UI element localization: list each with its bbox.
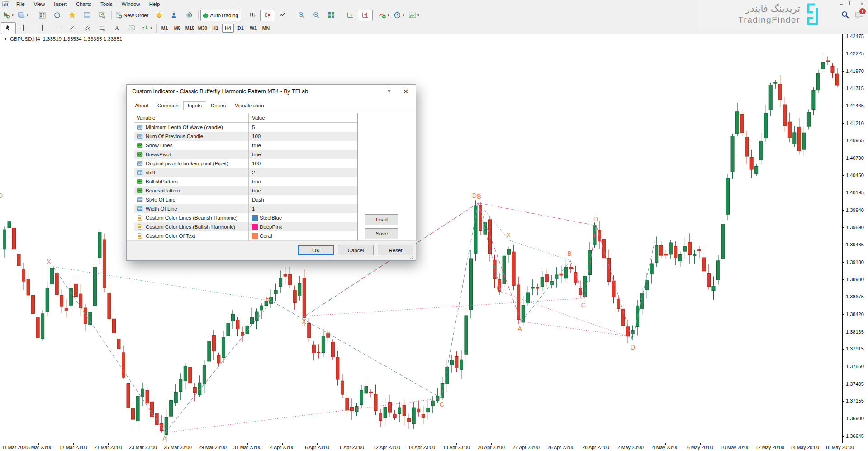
data-window-button[interactable] — [50, 10, 65, 21]
menu-item-help[interactable]: Help — [145, 1, 164, 7]
table-row[interactable]: Custom Color Lines (Bullish Harmonic)Dee… — [134, 222, 357, 231]
tab-colors[interactable]: Colors — [206, 101, 230, 110]
variable-name: Custom Color Of Text — [146, 233, 195, 239]
table-row[interactable]: Custom Color Of TextCoral — [134, 231, 357, 240]
timeframe-w1[interactable]: W1 — [247, 24, 259, 33]
time-label: 28 Apr 23:00 — [582, 445, 609, 450]
table-row[interactable]: 123Minimum Lenth Of Wave (candle)5 — [134, 123, 357, 132]
value-cell: 1 — [248, 204, 357, 213]
periods-button[interactable]: ▾ — [392, 10, 407, 21]
trendline-button[interactable] — [65, 22, 80, 34]
time-label: 18 Apr 23:00 — [443, 445, 470, 450]
tab-common[interactable]: Common — [153, 101, 183, 110]
terminal-button[interactable] — [80, 10, 95, 21]
restore-button-icon[interactable] — [849, 1, 855, 6]
time-label: 12 Apr 23:00 — [373, 445, 400, 450]
notifications-chat-icon[interactable]: 1 — [854, 11, 864, 19]
market-watch-button[interactable] — [35, 10, 50, 21]
table-row[interactable]: 123Num Of Previous Candle100 — [134, 132, 357, 141]
table-row[interactable]: BearishPatterntrue — [134, 186, 357, 195]
price-tick — [842, 141, 844, 141]
autotrading-button[interactable]: AutoTrading — [200, 10, 241, 21]
table-row[interactable]: 123Original pivot to broken pivot (Pipet… — [134, 159, 357, 168]
chart-shift-button[interactable] — [358, 10, 373, 21]
tile-windows-button[interactable] — [324, 10, 339, 21]
text-label-button[interactable]: T — [124, 22, 139, 34]
timeframe-h4[interactable]: H4 — [222, 24, 234, 33]
tab-visualization[interactable]: Visualization — [230, 101, 268, 110]
terminal-icon — [84, 12, 90, 19]
time-label: 20 Apr 23:00 — [478, 445, 505, 450]
timeframe-d1[interactable]: D1 — [235, 24, 247, 33]
tab-about[interactable]: About — [130, 101, 153, 110]
timeframe-mn[interactable]: MN — [260, 24, 272, 33]
cursor-button[interactable] — [1, 22, 16, 34]
search-icon[interactable] — [841, 11, 849, 19]
horizontal-line-button[interactable] — [50, 22, 65, 34]
save-button[interactable]: Save — [365, 228, 398, 239]
table-row[interactable]: Custom Color Lines (Bearish Harmonic)Ste… — [134, 213, 357, 222]
vertical-line-button[interactable] — [35, 22, 50, 34]
value-cell: true — [248, 186, 357, 195]
navigator-button[interactable] — [65, 10, 80, 21]
toolbar-separator — [156, 24, 157, 33]
reset-button[interactable]: Reset — [378, 245, 413, 255]
indicators-button[interactable]: ▾ — [377, 10, 392, 21]
equidistant-channel-button[interactable]: e — [80, 22, 95, 34]
svg-text:D: D — [593, 216, 598, 223]
dialog-title: Custom Indicator - Classic Bufferfly Har… — [132, 88, 382, 95]
timeframe-m1[interactable]: M1 — [159, 24, 171, 33]
arrows-button[interactable]: ▾ — [139, 22, 154, 34]
bar-chart-button[interactable] — [245, 10, 260, 21]
line-chart-button[interactable] — [275, 10, 290, 21]
zoom-in-button[interactable] — [294, 10, 309, 21]
load-button[interactable]: Load — [365, 214, 398, 225]
menu-item-window[interactable]: Window — [118, 1, 144, 7]
price-tick — [842, 71, 844, 72]
crosshair-button[interactable] — [16, 22, 31, 34]
community-button[interactable] — [166, 10, 181, 21]
timeframe-m30[interactable]: M30 — [197, 24, 209, 33]
ok-button[interactable]: OK — [298, 245, 334, 255]
menu-item-charts[interactable]: Charts — [72, 1, 95, 7]
strategy-tester-button[interactable] — [95, 10, 109, 21]
resize-grip[interactable] — [410, 254, 414, 259]
autotrading-label: AutoTrading — [210, 13, 239, 18]
menu-item-view[interactable]: View — [30, 1, 49, 7]
table-row[interactable]: 123shift2 — [134, 168, 357, 177]
help-button[interactable]: ? — [382, 88, 396, 95]
close-button-icon[interactable]: × — [859, 1, 865, 6]
auto-scroll-button[interactable] — [343, 10, 358, 21]
menu-item-tools[interactable]: Tools — [96, 1, 117, 7]
candle-chart-button[interactable] — [260, 10, 275, 21]
timeframe-h1[interactable]: H1 — [209, 24, 221, 33]
dialog-title-bar[interactable]: Custom Indicator - Classic Bufferfly Har… — [127, 85, 416, 98]
timeframe-m15[interactable]: M15 — [184, 24, 196, 33]
dialog-close-icon[interactable]: ✕ — [396, 88, 416, 95]
table-row[interactable]: BullishPatterntrue — [134, 177, 357, 186]
value-text: true — [252, 179, 261, 184]
menu-item-insert[interactable]: Insert — [50, 1, 71, 7]
table-row[interactable]: BreakPivottrue — [134, 150, 357, 159]
metaeditor-button[interactable] — [152, 10, 166, 21]
price-label: 1.40955 — [846, 138, 864, 143]
table-row[interactable]: 123Style Of LineDash — [134, 195, 357, 204]
table-row[interactable]: Show Linestrue — [134, 141, 357, 150]
new-order-button[interactable]: New Order — [114, 10, 152, 21]
cancel-button[interactable]: Cancel — [338, 245, 374, 255]
profiles-button[interactable]: ▾ — [16, 10, 31, 21]
table-row[interactable]: 123Width Of Line1 — [134, 204, 357, 213]
minimize-button-icon[interactable]: – — [838, 1, 844, 6]
fibonacci-button[interactable]: F — [95, 22, 109, 34]
zoom-out-button[interactable] — [309, 10, 324, 21]
news-button[interactable] — [181, 10, 196, 21]
tab-inputs[interactable]: Inputs — [183, 101, 206, 110]
price-label: 1.39180 — [846, 259, 864, 265]
new-chart-button[interactable]: ▾ — [1, 10, 16, 21]
periods-icon — [394, 12, 401, 19]
chevron-down-icon[interactable]: ▼ — [4, 37, 7, 41]
text-button[interactable]: A — [109, 22, 124, 34]
templates-button[interactable]: ▾ — [407, 10, 422, 21]
timeframe-m5[interactable]: M5 — [171, 24, 183, 33]
menu-item-file[interactable]: File — [12, 1, 29, 7]
